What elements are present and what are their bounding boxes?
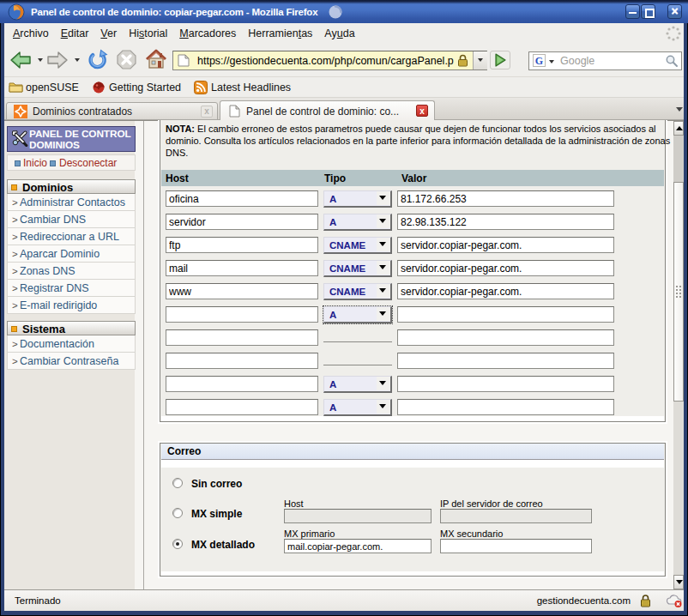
sidebar-item-administrar-contactos[interactable]: >Administrar Contactos <box>7 194 136 211</box>
host-input-row5[interactable] <box>166 283 318 299</box>
tab-list-caret[interactable] <box>676 107 683 112</box>
folder-icon <box>9 81 23 94</box>
search-engine-caret[interactable] <box>549 60 554 63</box>
host-input-row6[interactable] <box>166 306 318 323</box>
host-input-row1[interactable] <box>166 190 318 207</box>
tipo-select-row6[interactable]: A <box>323 306 392 323</box>
title-loading-icon <box>328 4 343 20</box>
valor-input-row10[interactable] <box>397 399 614 415</box>
label-mx-detallado: MX detallado <box>191 539 255 551</box>
close-button[interactable]: × <box>667 4 682 19</box>
go-button[interactable] <box>490 51 510 69</box>
scroll-down-button[interactable] <box>673 575 684 589</box>
sidebar-item-documentacion[interactable]: >Documentación <box>7 335 136 353</box>
offline-indicator-icon[interactable] <box>666 593 683 608</box>
forward-button[interactable] <box>46 50 69 70</box>
title-bar[interactable]: Panel de control de dominio: copiar-pega… <box>0 0 688 23</box>
back-button[interactable] <box>9 50 32 70</box>
status-bar: Terminado gestiondecuenta.com <box>4 589 684 611</box>
status-lock-icon[interactable] <box>639 594 652 607</box>
sidebar-item-cambiar-dns[interactable]: >Cambiar DNS <box>7 211 136 228</box>
host-input-row3[interactable] <box>166 237 318 253</box>
label-host: Host <box>284 498 304 509</box>
sidebar-item-zonas-dns[interactable]: >Zonas DNS <box>7 263 136 280</box>
back-dropdown-caret[interactable] <box>38 58 43 62</box>
valor-input-row7[interactable] <box>397 329 614 346</box>
valor-input-row1[interactable] <box>397 190 614 207</box>
host-input-row2[interactable] <box>166 214 318 230</box>
tab1-close-button[interactable]: x <box>201 106 213 118</box>
valor-input-row6[interactable] <box>397 306 614 323</box>
host-input-row4[interactable] <box>166 260 318 276</box>
tab-bar: Dominios contratados x Panel de control … <box>4 98 684 120</box>
valor-input-row9[interactable] <box>397 376 614 392</box>
label-mx-simple: MX simple <box>191 508 242 520</box>
valor-input-row2[interactable] <box>397 214 614 230</box>
menu-ver[interactable]: Ver <box>100 23 117 44</box>
mx-primario-input[interactable] <box>284 539 432 553</box>
throbber-icon <box>665 25 682 42</box>
stop-button[interactable] <box>116 49 137 70</box>
tab-panel-de-control[interactable]: Panel de control de dominio: co... x <box>220 100 435 121</box>
search-magnifier-icon[interactable] <box>665 54 679 68</box>
mx-secundario-input[interactable] <box>440 539 592 553</box>
tipo-select-row10[interactable]: A <box>323 399 392 416</box>
host-input-row9[interactable] <box>166 376 318 392</box>
tab1-favicon <box>14 105 27 118</box>
radio-sin-correo[interactable] <box>172 478 183 488</box>
menu-bar: ArchivoEditarVerHistorialMarcadoresHerra… <box>4 23 684 43</box>
host-input-row7[interactable] <box>166 329 318 346</box>
sidebar-item-redireccionar-url[interactable]: >Redireccionar a URL <box>7 228 136 245</box>
valor-input-row8[interactable] <box>397 353 614 369</box>
reload-button[interactable] <box>87 49 108 70</box>
search-placeholder[interactable]: Google <box>560 52 594 69</box>
minimize-button[interactable] <box>625 4 640 19</box>
scroll-up-button[interactable] <box>673 121 684 136</box>
inicio-link[interactable]: Inicio <box>23 157 47 169</box>
tipo-select-row9[interactable]: A <box>323 376 392 393</box>
search-bar[interactable]: G Google <box>528 51 682 70</box>
tipo-select-row5[interactable]: CNAME <box>323 283 392 300</box>
tipo-select-row3[interactable]: CNAME <box>323 237 392 254</box>
desconectar-link[interactable]: Desconectar <box>59 157 117 169</box>
host-input-row8[interactable] <box>166 353 318 369</box>
menu-archivo[interactable]: Archivo <box>13 23 49 44</box>
host-input-row10[interactable] <box>166 399 318 415</box>
url-text[interactable]: https://gestiondecuenta.com/php/comun/ca… <box>197 51 455 69</box>
menu-herramientas[interactable]: Herramientas <box>248 23 312 44</box>
scrollbar-thumb[interactable] <box>673 182 684 402</box>
tipo-select-row2[interactable]: A <box>323 214 392 231</box>
tab-dominios-contratados[interactable]: Dominios contratados x <box>6 102 218 120</box>
valor-input-row5[interactable] <box>397 283 614 299</box>
vertical-scrollbar[interactable] <box>673 121 684 589</box>
menu-historial[interactable]: Historial <box>129 23 167 44</box>
url-bar[interactable]: https://gestiondecuenta.com/php/comun/ca… <box>172 51 487 70</box>
home-button[interactable] <box>145 48 167 70</box>
google-icon[interactable]: G <box>533 54 546 67</box>
sidebar-title-line2: DOMINIOS <box>29 139 80 151</box>
radio-mx-detallado[interactable] <box>172 539 183 549</box>
url-dropdown-button[interactable] <box>473 51 487 69</box>
mx-simple-ip-input[interactable] <box>440 509 592 523</box>
sidebar-item-aparcar-dominio[interactable]: >Aparcar Dominio <box>7 245 136 263</box>
radio-mx-simple[interactable] <box>172 508 183 518</box>
maximize-button[interactable] <box>641 4 655 19</box>
menu-marcadores[interactable]: Marcadores <box>179 23 236 44</box>
forward-dropdown-caret[interactable] <box>75 58 80 62</box>
tab2-close-button[interactable]: x <box>416 105 428 117</box>
sidebar-item-registrar-dns[interactable]: >Registrar DNS <box>7 280 136 297</box>
tipo-select-row1[interactable]: A <box>323 190 392 208</box>
valor-input-row3[interactable] <box>397 237 614 253</box>
frame-divider[interactable] <box>143 121 144 589</box>
column-host: Host <box>166 170 189 186</box>
tipo-select-row4[interactable]: CNAME <box>323 260 392 277</box>
mx-simple-host-input[interactable] <box>284 509 432 523</box>
sidebar-item-cambiar-contrasena[interactable]: >Cambiar Contraseña <box>7 353 136 370</box>
menu-ayuda[interactable]: Ayuda <box>324 23 354 44</box>
valor-input-row4[interactable] <box>397 260 614 276</box>
menu-editar[interactable]: Editar <box>61 23 89 44</box>
sidebar-item-email-redirigido[interactable]: >E-mail redirigido <box>7 297 136 314</box>
tipo-line-row7 <box>323 341 392 342</box>
sistema-bullet-icon <box>11 326 17 332</box>
scrollbar-track-lower[interactable] <box>673 402 684 575</box>
